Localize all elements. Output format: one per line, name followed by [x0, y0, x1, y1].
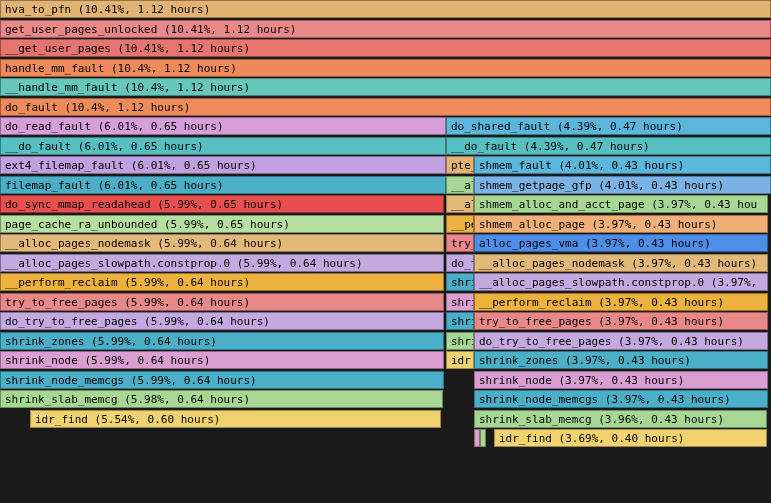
stack-frame[interactable]: __do_fault (4.39%, 0.47 hours) [446, 137, 771, 155]
stack-frame[interactable]: ext4_filemap_fault (6.01%, 0.65 hours) [0, 156, 446, 174]
stack-frame[interactable]: shri [446, 273, 474, 291]
stack-frame[interactable]: shmem_getpage_gfp (4.01%, 0.43 hours) [474, 176, 771, 194]
stack-frame[interactable]: __alloc_pages_slowpath.constprop.0 (3.97… [474, 273, 768, 291]
stack-frame[interactable]: shrink_node (3.97%, 0.43 hours) [474, 371, 768, 389]
stack-frame[interactable]: shri [446, 332, 474, 350]
stack-frame[interactable]: shrink_zones (3.97%, 0.43 hours) [474, 351, 768, 369]
stack-frame[interactable]: filemap_fault (6.01%, 0.65 hours) [0, 176, 446, 194]
stack-frame[interactable]: get_user_pages_unlocked (10.41%, 1.12 ho… [0, 20, 771, 38]
stack-frame[interactable]: __perform_reclaim (5.99%, 0.64 hours) [0, 273, 444, 291]
stack-frame[interactable]: __do_fault (6.01%, 0.65 hours) [0, 137, 446, 155]
stack-frame[interactable]: shri [446, 312, 474, 330]
stack-frame[interactable]: shrink_node (5.99%, 0.64 hours) [0, 351, 444, 369]
stack-frame[interactable]: shrink_zones (5.99%, 0.64 hours) [0, 332, 444, 350]
stack-frame[interactable]: do_sync_mmap_readahead (5.99%, 0.65 hour… [0, 195, 444, 213]
stack-frame[interactable]: try_ [446, 234, 474, 252]
stack-frame[interactable]: try_to_free_pages (3.97%, 0.43 hours) [474, 312, 768, 330]
stack-frame[interactable]: __pe [446, 215, 474, 233]
stack-frame[interactable]: alloc_pages_vma (3.97%, 0.43 hours) [474, 234, 768, 252]
stack-frame[interactable]: do_shared_fault (4.39%, 0.47 hours) [446, 117, 771, 135]
stack-frame[interactable]: page_cache_ra_unbounded (5.99%, 0.65 hou… [0, 215, 444, 233]
stack-frame[interactable]: try_to_free_pages (5.99%, 0.64 hours) [0, 293, 444, 311]
stack-frame[interactable]: shrink_node_memcgs (3.97%, 0.43 hours) [474, 390, 768, 408]
stack-frame[interactable]: __alloc_pages_nodemask (3.97%, 0.43 hour… [474, 254, 768, 272]
stack-frame[interactable]: do_fault (10.4%, 1.12 hours) [0, 98, 771, 116]
stack-frame[interactable]: do_read_fault (6.01%, 0.65 hours) [0, 117, 446, 135]
stack-frame[interactable]: __perform_reclaim (3.97%, 0.43 hours) [474, 293, 768, 311]
stack-frame[interactable]: __get_user_pages (10.41%, 1.12 hours) [0, 39, 771, 57]
stack-frame[interactable]: __alloc_pages_nodemask (5.99%, 0.64 hour… [0, 234, 444, 252]
stack-frame[interactable]: pte_ [446, 156, 474, 174]
stack-frame[interactable]: __handle_mm_fault (10.4%, 1.12 hours) [0, 78, 771, 96]
stack-frame[interactable]: hva_to_pfn (10.41%, 1.12 hours) [0, 0, 771, 18]
stack-frame[interactable]: __al [446, 176, 474, 194]
stack-frame[interactable]: do_try_to_free_pages (5.99%, 0.64 hours) [0, 312, 444, 330]
stack-frame[interactable]: idr [446, 351, 474, 369]
stack-frame[interactable] [480, 429, 486, 447]
flamegraph: hva_to_pfn (10.41%, 1.12 hours)get_user_… [0, 0, 771, 503]
stack-frame[interactable]: shrink_slab_memcg (5.98%, 0.64 hours) [0, 390, 443, 408]
stack-frame[interactable]: do_t [446, 254, 474, 272]
stack-frame[interactable]: __al [446, 195, 474, 213]
stack-frame[interactable]: shmem_fault (4.01%, 0.43 hours) [474, 156, 771, 174]
stack-frame[interactable]: __alloc_pages_slowpath.constprop.0 (5.99… [0, 254, 444, 272]
stack-frame[interactable]: shrink_slab_memcg (3.96%, 0.43 hours) [474, 410, 767, 428]
stack-frame[interactable]: handle_mm_fault (10.4%, 1.12 hours) [0, 59, 771, 77]
stack-frame[interactable]: do_try_to_free_pages (3.97%, 0.43 hours) [474, 332, 768, 350]
stack-frame[interactable]: idr_find (3.69%, 0.40 hours) [494, 429, 767, 447]
stack-frame[interactable]: shri [446, 293, 474, 311]
stack-frame[interactable]: idr_find (5.54%, 0.60 hours) [30, 410, 441, 428]
stack-frame[interactable]: shmem_alloc_page (3.97%, 0.43 hours) [474, 215, 768, 233]
stack-frame[interactable]: shmem_alloc_and_acct_page (3.97%, 0.43 h… [474, 195, 768, 213]
stack-frame[interactable]: shrink_node_memcgs (5.99%, 0.64 hours) [0, 371, 444, 389]
